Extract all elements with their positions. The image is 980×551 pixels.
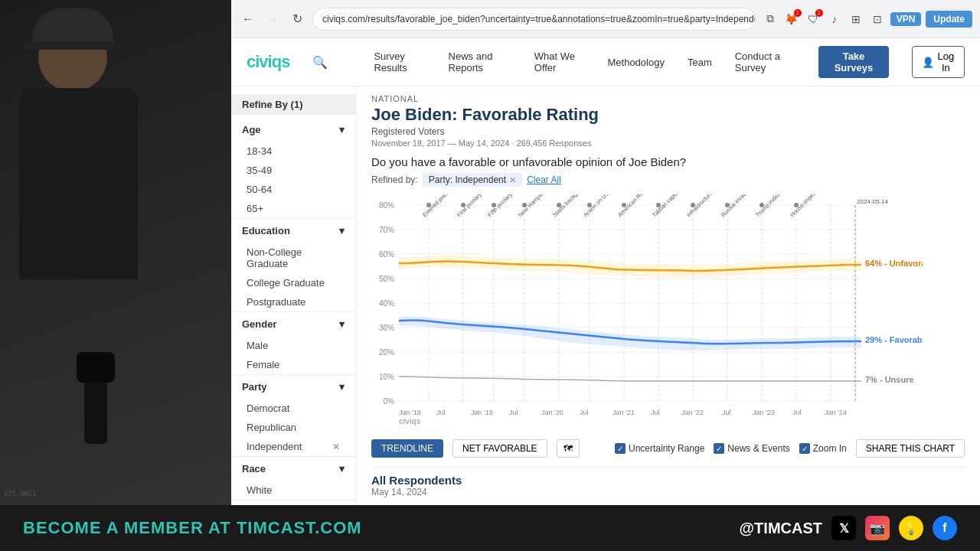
chart-checkboxes: ✓ Uncertainty Range ✓ News & Events ✓ Zo… — [615, 439, 965, 458]
refine-header: Refine By (1) — [231, 94, 355, 115]
nav-methodology[interactable]: Methodology — [607, 57, 664, 68]
filter-group-race: Race ▾ White — [231, 457, 355, 500]
party-independent[interactable]: Independent ✕ — [231, 437, 355, 456]
gender-female[interactable]: Female — [231, 355, 355, 374]
bookmark-icon[interactable]: ⧉ — [762, 11, 779, 28]
login-label: Log In — [937, 51, 955, 73]
zoom-checkbox[interactable]: ✓ Zoom In — [799, 443, 847, 454]
chart-area: NATIONAL Joe Biden: Favorable Rating Reg… — [356, 86, 980, 505]
svg-text:50%: 50% — [379, 275, 394, 283]
race-chevron: ▾ — [339, 463, 345, 474]
uncertainty-checkbox[interactable]: ✓ Uncertainty Range — [615, 443, 704, 454]
nav-news-reports[interactable]: News and Reports — [449, 51, 511, 73]
youtube-icon[interactable]: 💡 — [899, 516, 923, 540]
news-check: ✓ — [714, 443, 724, 454]
subtitle: Registered Voters — [371, 126, 965, 137]
svg-text:30%: 30% — [379, 324, 394, 332]
timcast-handle: @TIMCAST — [740, 520, 822, 537]
nav-survey-results[interactable]: Survey Results — [374, 51, 425, 73]
race-white[interactable]: White — [231, 481, 355, 500]
share-chart-button[interactable]: SHARE THIS CHART — [856, 439, 965, 458]
filter-group-gender: Gender ▾ Male Female — [231, 312, 355, 375]
svg-text:House impeachment...: House impeachment... — [789, 194, 834, 218]
take-surveys-button[interactable]: Take Surveys — [818, 46, 889, 78]
main-content: civiqs 🔍 Survey Results News and Reports… — [231, 38, 980, 505]
extension-icon-4[interactable]: ⊞ — [848, 11, 864, 28]
news-checkbox[interactable]: ✓ News & Events — [714, 443, 789, 454]
svg-text:Jul: Jul — [792, 409, 802, 416]
extension-icon-1[interactable]: 🦊 1 — [783, 11, 800, 28]
svg-text:2024-05-14: 2024-05-14 — [857, 198, 888, 205]
extension-icon-3[interactable]: ♪ — [826, 11, 843, 28]
bottom-banner: BECOME A MEMBER AT TIMCAST.COM @TIMCAST … — [0, 505, 980, 551]
respondents-date: May 14, 2024 — [371, 487, 965, 497]
svg-text:Jul: Jul — [580, 409, 589, 416]
tag-remove-icon[interactable]: ✕ — [509, 175, 516, 185]
login-button[interactable]: 👤 Log In — [912, 46, 965, 78]
video-overlay: 275.WACL — [0, 0, 231, 505]
browser-icons: ⧉ 🦊 1 🛡 1 ♪ ⊞ ⊡ VPN Update — [762, 11, 972, 28]
url-bar[interactable]: civiqs.com/results/favorable_joe_biden?u… — [312, 8, 756, 31]
update-button[interactable]: Update — [926, 11, 972, 28]
instagram-icon[interactable]: 📷 — [865, 516, 890, 540]
nav-conduct-survey[interactable]: Conduct a Survey — [735, 51, 795, 73]
filter-group-party: Party ▾ Democrat Republican Independent … — [231, 375, 355, 457]
browser-chrome: ← → ↻ civiqs.com/results/favorable_joe_b… — [231, 0, 980, 38]
age-header[interactable]: Age ▾ — [231, 118, 355, 142]
facebook-icon[interactable]: f — [933, 516, 957, 540]
age-18-34[interactable]: 18-34 — [231, 142, 355, 161]
edu-college[interactable]: College Graduate — [231, 273, 355, 292]
gender-male[interactable]: Male — [231, 336, 355, 355]
refresh-button[interactable]: ↻ — [288, 10, 306, 28]
vpn-button[interactable]: VPN — [890, 12, 922, 26]
trendline-tab[interactable]: TRENDLINE — [371, 439, 443, 458]
gender-label: Gender — [242, 318, 277, 330]
party-independent-label: Independent — [247, 441, 302, 452]
svg-text:Jan '22: Jan '22 — [681, 409, 704, 416]
edu-postgraduate[interactable]: Postgraduate — [231, 292, 355, 311]
svg-text:Jan '19: Jan '19 — [471, 409, 493, 416]
svg-text:Jan '23: Jan '23 — [753, 409, 775, 416]
education-header[interactable]: Education ▾ — [231, 219, 355, 243]
nav-team[interactable]: Team — [688, 57, 712, 68]
filter-group-age: Age ▾ 18-34 35-49 50-64 65+ — [231, 118, 355, 219]
extension-icon-2[interactable]: 🛡 1 — [805, 11, 822, 28]
meta-row: November 18, 2017 — May 14, 2024 · 269,4… — [371, 139, 965, 148]
clear-all-link[interactable]: Clear All — [527, 174, 561, 185]
news-label: News & Events — [727, 443, 789, 454]
svg-text:Jul: Jul — [509, 409, 518, 416]
forward-button[interactable]: → — [263, 10, 282, 28]
person-icon: 👤 — [922, 57, 934, 68]
party-label: Party — [242, 381, 267, 393]
race-label: Race — [242, 463, 266, 474]
age-50-64[interactable]: 50-64 — [231, 180, 355, 199]
content-layout: Refine By (1) Age ▾ 18-34 35-49 50-64 65… — [231, 86, 980, 505]
svg-text:Jul: Jul — [651, 409, 660, 416]
age-65plus[interactable]: 65+ — [231, 199, 355, 218]
party-democrat[interactable]: Democrat — [231, 399, 355, 418]
map-tab[interactable]: 🗺 — [557, 439, 580, 458]
gender-chevron: ▾ — [339, 318, 345, 330]
gender-header[interactable]: Gender ▾ — [231, 312, 355, 336]
extension-icon-5[interactable]: ⊡ — [869, 11, 886, 28]
uncertainty-check: ✓ — [615, 443, 626, 454]
party-independent-remove[interactable]: ✕ — [332, 442, 340, 452]
chart-wrapper: 80% 70% 60% 50% 40% 30% 20% 10% 0% — [371, 194, 965, 435]
party-republican[interactable]: Republican — [231, 418, 355, 437]
net-favorable-tab[interactable]: NET FAVORABLE — [452, 439, 547, 458]
back-button[interactable]: ← — [239, 10, 257, 28]
age-35-49[interactable]: 35-49 — [231, 161, 355, 180]
svg-text:29% - Favorable: 29% - Favorable — [865, 335, 923, 344]
zoom-check: ✓ — [799, 443, 810, 454]
race-header[interactable]: Race ▾ — [231, 457, 355, 481]
party-tag-text: Party: Independent — [429, 174, 506, 185]
edu-non-college[interactable]: Non-College Graduate — [231, 243, 355, 273]
twitter-x-icon[interactable]: 𝕏 — [831, 516, 856, 540]
banner-left: BECOME A MEMBER AT TIMCAST.COM — [23, 518, 362, 538]
banner-text: BECOME A MEMBER AT — [23, 518, 237, 537]
svg-text:civiqs: civiqs — [399, 417, 421, 425]
nav-what-we-offer[interactable]: What We Offer — [534, 51, 585, 73]
party-header[interactable]: Party ▾ — [231, 375, 355, 399]
search-icon[interactable]: 🔍 — [312, 55, 328, 70]
svg-text:0%: 0% — [384, 397, 395, 406]
